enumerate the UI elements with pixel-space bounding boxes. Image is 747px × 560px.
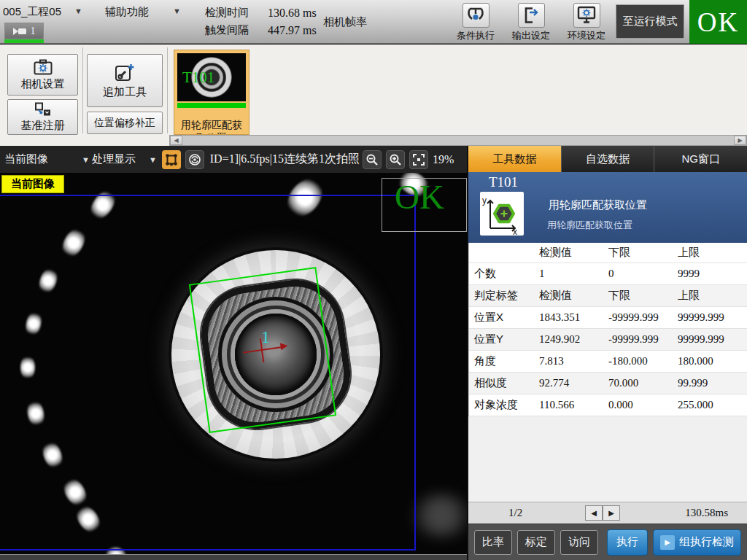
col-high: 上限 [673,246,747,260]
tool-status-bar [177,103,246,108]
environment-settings-icon [573,3,600,28]
output-settings-button[interactable]: 输出设定 [508,3,554,42]
tool-card-label-line1: 用轮廓匹配获 [174,119,249,132]
group-execute-label: 组执行检测 [679,535,734,549]
camera-settings-label: 相机设置 [21,77,65,91]
zoom-in-icon [389,153,402,166]
position-offset-button[interactable]: 位置偏移补正 [87,112,163,134]
tool-id: T101 [489,174,518,190]
table-row: 判定标签检测值下限上限 [469,285,747,307]
project-selector[interactable]: 005_工程05 [3,5,61,19]
tab-tool-data[interactable]: 工具数据 [468,146,561,172]
scrollbar-right-arrow-icon[interactable]: ▶ [734,136,746,145]
execute-button[interactable]: 执行 [607,529,648,556]
condition-exec-button[interactable]: 条件执行 [452,3,499,42]
page-next-button[interactable]: ▶ [603,505,620,521]
capture-icon [188,153,201,166]
canvas-footer-strip [0,554,467,560]
tool-strip-scrollbar[interactable]: ◀ ▶ [169,135,747,146]
pattern-icon [165,153,178,166]
zoom-percent: 19% [433,153,454,166]
camera-icon [13,27,27,36]
reflection [24,310,44,337]
play-icon: ▶ [660,535,675,550]
datum-register-label: 基准注册 [21,119,65,133]
image-frame-top [0,195,416,196]
display-select-caret-icon[interactable]: ▼ [149,155,157,164]
image-frame-bottom [0,549,416,551]
divider [167,47,168,133]
aux-caret-icon[interactable]: ▼ [173,7,181,15]
image-select-caret-icon[interactable]: ▼ [82,155,90,164]
table-row: 位置Y1249.902-99999.99999999.999 [469,329,747,351]
reflection [39,439,66,471]
add-tool-icon [115,63,135,83]
image-canvas[interactable]: 1 OK 当前图像 [0,173,467,560]
col-low: 下限 [603,246,673,260]
viewer-toolbar: 当前图像 ▼ 处理显示 ▼ ID=1]|6.5fps|15连续第1次拍照 19% [0,146,467,173]
output-settings-icon [518,3,545,28]
trigger-interval-label: 触发间隔 [205,23,249,37]
run-mode-button[interactable]: 至运行模式 [616,4,684,39]
pattern-overlay-toggle[interactable] [162,150,181,169]
timing-stats: 检测时间 130.68 ms 触发间隔 447.97 ms [205,6,317,37]
panel-tabs: 工具数据 自选数据 NG窗口 [468,146,747,172]
capture-status-text: ID=1]|6.5fps|15连续第1次拍照 [210,152,360,167]
project-caret-icon[interactable]: ▼ [74,7,82,15]
environment-settings-button[interactable]: 环境设定 [563,3,610,42]
aux-menu[interactable]: 辅助功能 [105,5,149,19]
output-settings-label: 输出设定 [512,29,550,42]
table-row: 对象浓度110.5660.000255.000 [469,394,747,416]
continuous-capture-button[interactable] [185,150,204,169]
reflection [409,494,467,537]
reflection [280,173,329,223]
fit-view-button[interactable] [409,150,428,169]
global-status-badge: OK [689,0,747,44]
datum-register-icon [34,102,52,117]
environment-settings-label: 环境设定 [568,29,605,42]
scrollbar-left-arrow-icon[interactable]: ◀ [170,136,182,145]
right-panel: 工具数据 自选数据 NG窗口 T101 yx 用轮廓匹配获取位置 用轮廓匹配获取… [467,146,747,560]
fit-view-icon [412,153,425,166]
tab-ng-window[interactable]: NG窗口 [654,146,747,172]
position-offset-label: 位置偏移补正 [94,117,155,130]
measurement-table: 检测值 下限 上限 个数109999 判定标签检测值下限上限 位置X1843.3… [468,243,747,416]
zoom-in-button[interactable] [386,150,405,169]
divider [82,47,83,133]
tool-thumbnail-card[interactable]: T101 用轮廓匹配获 取位置 [174,50,249,135]
camera-settings-button[interactable]: 相机设置 [7,54,78,96]
calibration-button[interactable]: 标定 [517,530,555,555]
judge-result-text: OK [395,177,444,217]
tab-custom-data[interactable]: 自选数据 [561,146,654,172]
tool-thumbnail-image: T101 [177,53,246,101]
access-button[interactable]: 访问 [560,530,598,555]
table-row: 位置X1843.351-99999.99999999.999 [469,307,747,329]
zoom-out-icon [365,153,379,166]
camera-tab-number: 1 [31,26,36,37]
table-header-row: 检测值 下限 上限 [469,243,747,263]
ratio-button[interactable]: 比率 [474,530,512,555]
tool-description: 用轮廓匹配获取位置 [547,219,632,232]
header-button-group: 条件执行 输出设定 环境设定 [452,3,610,42]
camera-fps-label: 相机帧率 [323,15,367,29]
panel-footer: 比率 标定 访问 执行 ▶ 组执行检测 [468,524,747,560]
add-tool-button[interactable]: 追加工具 [87,54,163,107]
camera-settings-icon [34,59,53,75]
group-execute-button[interactable]: ▶ 组执行检测 [653,529,741,556]
page-prev-button[interactable]: ◀ [585,505,603,521]
reflection [20,355,35,380]
image-frame-right [414,195,416,551]
datum-register-button[interactable]: 基准注册 [7,99,78,135]
zoom-out-button[interactable] [363,150,382,169]
reflection [58,225,90,260]
camera-tab[interactable]: 1 [4,23,44,39]
camera-tab-active-indicator [4,39,44,43]
detect-time-value: 130.68 ms [268,7,317,20]
tool-name: 用轮廓匹配获取位置 [549,198,647,212]
display-select[interactable]: 处理显示 [92,152,136,166]
reflection [60,475,91,510]
table-row: 相似度92.77470.00099.999 [469,373,747,394]
detect-time-label: 检测时间 [205,6,249,20]
reflection [72,502,104,537]
image-select[interactable]: 当前图像 [4,152,48,166]
